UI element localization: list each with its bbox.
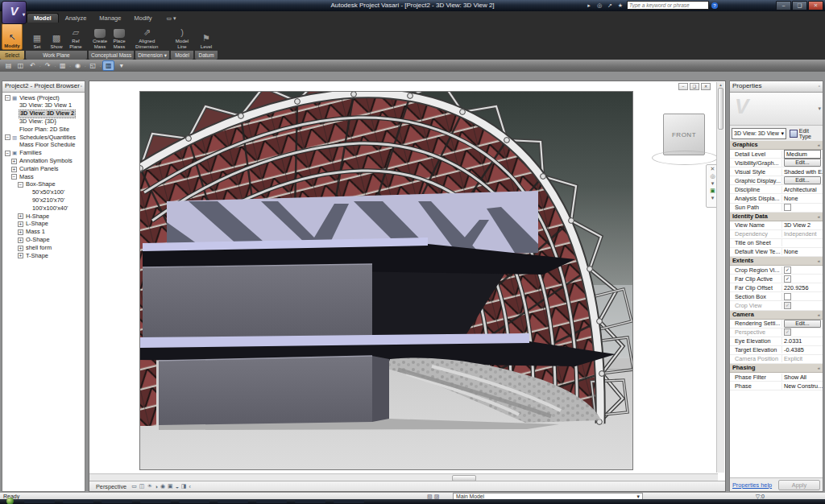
property-value[interactable]: Show All <box>782 374 823 381</box>
property-value[interactable]: Architectural <box>782 186 823 193</box>
steering-wheel-icon[interactable]: ◎ <box>710 173 715 180</box>
section-header-camera[interactable]: Camera« <box>730 311 823 320</box>
tree-item-mass-1[interactable]: +Mass 1 <box>2 229 85 237</box>
taskbar-item[interactable] <box>179 500 209 503</box>
section-pin-icon[interactable]: « <box>818 257 820 265</box>
collapse-icon[interactable]: − <box>5 151 10 156</box>
section-pin-icon[interactable]: « <box>818 213 820 221</box>
property-value[interactable]: Shaded with E... <box>782 168 823 176</box>
sync-icon[interactable]: ◉ <box>73 61 83 70</box>
chevron-down-icon[interactable]: ▾ <box>711 195 715 201</box>
tree-item-annotation-symbols[interactable]: +Annotation Symbols <box>2 157 85 165</box>
section-header-identity-data[interactable]: Identity Data« <box>730 213 823 221</box>
open-file-icon[interactable]: ▤ <box>3 61 14 70</box>
expand-icon[interactable]: + <box>18 229 23 235</box>
tree-item-mass-floor-schedule[interactable]: Mass Floor Schedule <box>2 142 85 150</box>
property-value[interactable]: 3D View 2 <box>782 221 823 229</box>
property-checkbox[interactable] <box>784 293 791 300</box>
save-icon[interactable]: ◫ <box>15 61 26 70</box>
vertical-scrollbar[interactable]: ▴ <box>716 82 724 473</box>
tree-item-t-shape[interactable]: +T-Shape <box>2 252 85 260</box>
expand-icon[interactable]: + <box>18 221 23 227</box>
switch-windows-icon[interactable]: ◱ <box>88 61 98 70</box>
expand-icon[interactable]: + <box>18 238 23 243</box>
viewcube-front-face[interactable]: FRONT <box>672 131 696 138</box>
start-orb-icon[interactable] <box>6 498 14 504</box>
windows-taskbar[interactable] <box>0 499 825 504</box>
3d-render[interactable] <box>139 91 633 470</box>
property-value[interactable]: Medium <box>782 150 823 159</box>
view-scale-label[interactable]: Perspective <box>96 483 126 490</box>
child-restore-icon[interactable]: ❑ <box>690 83 699 90</box>
edit-type-button[interactable]: Edit Type <box>788 128 821 138</box>
section-pin-icon[interactable]: « <box>818 311 820 319</box>
detail-level-icon[interactable]: ◫ <box>139 483 145 490</box>
search-arrow-icon[interactable]: ▸ <box>585 2 593 9</box>
section-header-graphics[interactable]: Graphics« <box>730 141 823 150</box>
viewcube[interactable]: FRONT <box>663 114 705 155</box>
tree-item-mass[interactable]: −Mass <box>2 173 85 181</box>
crop-view-icon[interactable]: ▣ <box>168 483 173 490</box>
navbar-close-icon[interactable]: ✕ <box>711 166 715 172</box>
aligned-dimension-button[interactable]: ⇗Aligned Dimension <box>137 23 156 50</box>
crop-region-icon[interactable]: ◒ <box>176 484 179 490</box>
shadows-icon[interactable]: ◑ <box>155 484 158 490</box>
favorites-icon[interactable]: ★ <box>616 2 624 9</box>
zoom-region-icon[interactable]: ▣ <box>710 188 715 194</box>
collapse-icon[interactable]: − <box>11 174 17 180</box>
property-edit-button[interactable]: Edit... <box>784 159 821 167</box>
collapse-icon[interactable]: − <box>18 182 23 188</box>
property-checkbox[interactable]: ✓ <box>784 275 791 283</box>
taskbar-item[interactable] <box>102 500 132 503</box>
tree-item-families[interactable]: −▣Families <box>2 150 85 158</box>
scrollbar-thumb[interactable] <box>718 88 723 130</box>
properties-help-link[interactable]: Properties help <box>732 481 772 489</box>
expand-icon[interactable]: + <box>18 253 23 258</box>
taskbar-item[interactable] <box>256 500 287 503</box>
tree-item-3d-view-3d-view-2[interactable]: 3D View: 3D View 2 <box>2 110 85 118</box>
communication-center-icon[interactable]: ↗ <box>606 2 614 9</box>
modify-button[interactable]: ↖Modify <box>2 23 23 50</box>
child-close-icon[interactable]: ✕ <box>701 83 711 90</box>
help-icon[interactable]: ? <box>711 2 718 9</box>
property-value[interactable]: -0.4385 <box>782 346 823 353</box>
chevron-down-icon[interactable]: ▾ <box>116 61 126 70</box>
set-button[interactable]: ▦Set <box>27 23 47 50</box>
property-value[interactable]: New Constru... <box>782 382 823 390</box>
panel-options-icon[interactable]: ▫ <box>81 81 82 92</box>
reveal-hidden-icon[interactable]: ◨ <box>181 483 187 490</box>
property-checkbox[interactable]: ✓ <box>784 266 791 274</box>
close-button[interactable]: ✕ <box>808 1 823 10</box>
rendering-dialog-icon[interactable]: ◉ <box>160 483 165 490</box>
property-value[interactable]: None <box>782 248 823 255</box>
expand-icon[interactable]: + <box>18 246 23 251</box>
collapse-icon[interactable]: − <box>5 134 10 140</box>
panel-options-icon[interactable]: ▫ <box>819 81 820 92</box>
tree-item-schedules-quantities[interactable]: −▥Schedules/Quantities <box>2 134 85 142</box>
tree-item-h-shape[interactable]: +H-Shape <box>2 213 85 221</box>
tree-item-o-shape[interactable]: +O-Shape <box>2 236 85 244</box>
expand-arrow-icon[interactable]: ‹ <box>189 484 190 490</box>
taskbar-item[interactable] <box>295 500 325 503</box>
type-selector[interactable]: 3D View: 3D View 2 ▾ <box>732 128 786 139</box>
section-pin-icon[interactable]: « <box>818 364 820 372</box>
property-edit-button[interactable]: Edit... <box>784 176 821 184</box>
redo-icon[interactable]: ↷ <box>43 61 53 70</box>
property-edit-button[interactable]: Edit... <box>784 320 821 328</box>
tree-item-curtain-panels[interactable]: +Curtain Panels <box>2 165 85 173</box>
expand-icon[interactable]: + <box>11 167 17 172</box>
tab-modify[interactable]: Modify <box>127 14 158 23</box>
tree-item-shell-form[interactable]: +shell form <box>2 244 85 252</box>
application-menu-button[interactable]: V▾ <box>2 1 27 24</box>
taskbar-item[interactable] <box>63 500 93 503</box>
tree-item-3d-view-3d[interactable]: 3D View: {3D} <box>2 118 85 126</box>
expand-icon[interactable]: + <box>18 213 23 219</box>
chevron-down-icon[interactable]: ▾ <box>818 105 821 112</box>
ref-plane-button[interactable]: ▱Ref Plane <box>66 23 85 50</box>
collapse-icon[interactable]: − <box>5 95 10 101</box>
section-header-extents[interactable]: Extents« <box>730 257 823 266</box>
viewcube-compass-ring[interactable] <box>652 151 718 165</box>
property-value[interactable]: 2.0331 <box>782 337 823 345</box>
child-minimize-icon[interactable]: – <box>678 83 688 90</box>
tree-item-90-x210-x70[interactable]: 90'x210'x70' <box>2 196 85 204</box>
